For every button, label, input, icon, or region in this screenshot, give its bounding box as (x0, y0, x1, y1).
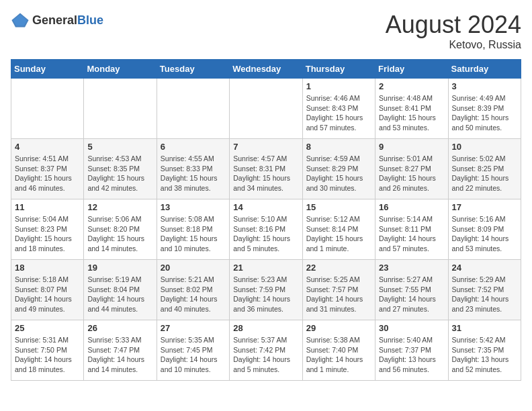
calendar-cell: 5Sunrise: 4:53 AMSunset: 8:35 PMDaylight… (84, 139, 157, 199)
day-info: Sunrise: 5:08 AMSunset: 8:18 PMDaylight:… (161, 214, 226, 254)
day-number: 18 (15, 263, 80, 273)
calendar-cell: 20Sunrise: 5:21 AMSunset: 8:02 PMDayligh… (157, 260, 229, 320)
day-number: 7 (233, 142, 298, 152)
calendar-cell: 7Sunrise: 4:57 AMSunset: 8:31 PMDaylight… (230, 139, 302, 199)
calendar-cell: 10Sunrise: 5:02 AMSunset: 8:25 PMDayligh… (448, 139, 521, 199)
day-info: Sunrise: 5:06 AMSunset: 8:20 PMDaylight:… (87, 214, 152, 254)
day-info: Sunrise: 4:46 AMSunset: 8:43 PMDaylight:… (306, 93, 371, 133)
calendar-cell: 17Sunrise: 5:16 AMSunset: 8:09 PMDayligh… (448, 199, 521, 260)
day-number: 19 (87, 263, 152, 273)
day-number: 9 (379, 142, 444, 152)
calendar-cell: 25Sunrise: 5:31 AMSunset: 7:50 PMDayligh… (11, 320, 84, 381)
day-number: 10 (452, 142, 517, 152)
day-info: Sunrise: 5:19 AMSunset: 8:04 PMDaylight:… (87, 275, 152, 314)
calendar-cell: 11Sunrise: 5:04 AMSunset: 8:23 PMDayligh… (11, 199, 84, 260)
day-info: Sunrise: 5:35 AMSunset: 7:45 PMDaylight:… (161, 335, 226, 375)
calendar-week-1: 1Sunrise: 4:46 AMSunset: 8:43 PMDaylight… (11, 79, 521, 139)
col-friday: Friday (375, 60, 448, 79)
calendar-cell: 8Sunrise: 4:59 AMSunset: 8:29 PMDaylight… (302, 139, 375, 199)
day-number: 24 (452, 263, 517, 273)
col-thursday: Thursday (302, 60, 375, 79)
calendar-cell: 21Sunrise: 5:23 AMSunset: 7:59 PMDayligh… (230, 260, 302, 320)
day-info: Sunrise: 4:48 AMSunset: 8:41 PMDaylight:… (379, 93, 444, 133)
calendar-cell: 15Sunrise: 5:12 AMSunset: 8:14 PMDayligh… (302, 199, 375, 260)
calendar-cell: 14Sunrise: 5:10 AMSunset: 8:16 PMDayligh… (230, 199, 302, 260)
day-info: Sunrise: 5:18 AMSunset: 8:07 PMDaylight:… (15, 275, 80, 314)
day-number: 1 (306, 81, 371, 91)
day-info: Sunrise: 5:37 AMSunset: 7:42 PMDaylight:… (233, 335, 298, 375)
day-info: Sunrise: 5:31 AMSunset: 7:50 PMDaylight:… (15, 335, 80, 375)
calendar-cell: 2Sunrise: 4:48 AMSunset: 8:41 PMDaylight… (375, 79, 448, 139)
day-number: 4 (15, 142, 80, 152)
day-info: Sunrise: 5:04 AMSunset: 8:23 PMDaylight:… (15, 214, 80, 254)
calendar-cell: 24Sunrise: 5:29 AMSunset: 7:52 PMDayligh… (448, 260, 521, 320)
day-number: 11 (15, 202, 80, 212)
day-info: Sunrise: 4:51 AMSunset: 8:37 PMDaylight:… (15, 154, 80, 193)
calendar-cell: 4Sunrise: 4:51 AMSunset: 8:37 PMDaylight… (11, 139, 84, 199)
calendar-week-4: 18Sunrise: 5:18 AMSunset: 8:07 PMDayligh… (11, 260, 521, 320)
day-info: Sunrise: 5:29 AMSunset: 7:52 PMDaylight:… (452, 275, 517, 314)
day-info: Sunrise: 5:12 AMSunset: 8:14 PMDaylight:… (306, 214, 371, 254)
day-info: Sunrise: 5:23 AMSunset: 7:59 PMDaylight:… (233, 275, 298, 314)
day-info: Sunrise: 5:02 AMSunset: 8:25 PMDaylight:… (452, 154, 517, 193)
day-info: Sunrise: 5:01 AMSunset: 8:27 PMDaylight:… (379, 154, 444, 193)
calendar-cell: 22Sunrise: 5:25 AMSunset: 7:57 PMDayligh… (302, 260, 375, 320)
calendar-cell (157, 79, 229, 139)
day-number: 16 (379, 202, 444, 212)
day-info: Sunrise: 5:25 AMSunset: 7:57 PMDaylight:… (306, 275, 371, 314)
logo-text-blue: Blue (77, 13, 103, 27)
day-info: Sunrise: 4:59 AMSunset: 8:29 PMDaylight:… (306, 154, 371, 193)
day-info: Sunrise: 5:38 AMSunset: 7:40 PMDaylight:… (306, 335, 371, 375)
calendar-week-5: 25Sunrise: 5:31 AMSunset: 7:50 PMDayligh… (11, 320, 521, 381)
calendar-cell (230, 79, 302, 139)
day-number: 3 (452, 81, 517, 91)
day-info: Sunrise: 4:49 AMSunset: 8:39 PMDaylight:… (452, 93, 517, 133)
col-sunday: Sunday (11, 60, 84, 79)
logo-icon (11, 11, 30, 30)
day-number: 8 (306, 142, 371, 152)
day-number: 30 (379, 323, 444, 333)
col-monday: Monday (84, 60, 157, 79)
calendar-cell: 28Sunrise: 5:37 AMSunset: 7:42 PMDayligh… (230, 320, 302, 381)
day-number: 15 (306, 202, 371, 212)
calendar-cell: 30Sunrise: 5:40 AMSunset: 7:37 PMDayligh… (375, 320, 448, 381)
calendar-week-3: 11Sunrise: 5:04 AMSunset: 8:23 PMDayligh… (11, 199, 521, 260)
day-number: 25 (15, 323, 80, 333)
day-info: Sunrise: 5:27 AMSunset: 7:55 PMDaylight:… (379, 275, 444, 314)
day-info: Sunrise: 5:42 AMSunset: 7:35 PMDaylight:… (452, 335, 517, 375)
calendar-cell: 29Sunrise: 5:38 AMSunset: 7:40 PMDayligh… (302, 320, 375, 381)
calendar-cell: 19Sunrise: 5:19 AMSunset: 8:04 PMDayligh… (84, 260, 157, 320)
page-header: GeneralBlue August 2024 Ketovo, Russia (11, 11, 521, 51)
calendar-cell: 31Sunrise: 5:42 AMSunset: 7:35 PMDayligh… (448, 320, 521, 381)
day-number: 20 (161, 263, 226, 273)
calendar-cell: 1Sunrise: 4:46 AMSunset: 8:43 PMDaylight… (302, 79, 375, 139)
calendar-cell: 3Sunrise: 4:49 AMSunset: 8:39 PMDaylight… (448, 79, 521, 139)
day-info: Sunrise: 5:16 AMSunset: 8:09 PMDaylight:… (452, 214, 517, 254)
calendar-cell: 6Sunrise: 4:55 AMSunset: 8:33 PMDaylight… (157, 139, 229, 199)
calendar-body: 1Sunrise: 4:46 AMSunset: 8:43 PMDaylight… (11, 79, 521, 381)
calendar-table: Sunday Monday Tuesday Wednesday Thursday… (11, 59, 521, 381)
header-row: Sunday Monday Tuesday Wednesday Thursday… (11, 60, 521, 79)
day-info: Sunrise: 5:21 AMSunset: 8:02 PMDaylight:… (161, 275, 226, 314)
day-number: 2 (379, 81, 444, 91)
day-number: 17 (452, 202, 517, 212)
logo: GeneralBlue (11, 11, 103, 30)
col-saturday: Saturday (448, 60, 521, 79)
day-info: Sunrise: 4:55 AMSunset: 8:33 PMDaylight:… (161, 154, 226, 193)
logo-text-general: General (32, 13, 77, 27)
day-number: 28 (233, 323, 298, 333)
day-info: Sunrise: 5:14 AMSunset: 8:11 PMDaylight:… (379, 214, 444, 254)
day-number: 23 (379, 263, 444, 273)
day-info: Sunrise: 4:53 AMSunset: 8:35 PMDaylight:… (87, 154, 152, 193)
day-info: Sunrise: 4:57 AMSunset: 8:31 PMDaylight:… (233, 154, 298, 193)
calendar-cell: 13Sunrise: 5:08 AMSunset: 8:18 PMDayligh… (157, 199, 229, 260)
day-number: 27 (161, 323, 226, 333)
day-number: 22 (306, 263, 371, 273)
calendar-week-2: 4Sunrise: 4:51 AMSunset: 8:37 PMDaylight… (11, 139, 521, 199)
day-info: Sunrise: 5:33 AMSunset: 7:47 PMDaylight:… (87, 335, 152, 375)
calendar-cell: 18Sunrise: 5:18 AMSunset: 8:07 PMDayligh… (11, 260, 84, 320)
calendar-cell: 26Sunrise: 5:33 AMSunset: 7:47 PMDayligh… (84, 320, 157, 381)
day-number: 6 (161, 142, 226, 152)
day-number: 12 (87, 202, 152, 212)
day-number: 21 (233, 263, 298, 273)
